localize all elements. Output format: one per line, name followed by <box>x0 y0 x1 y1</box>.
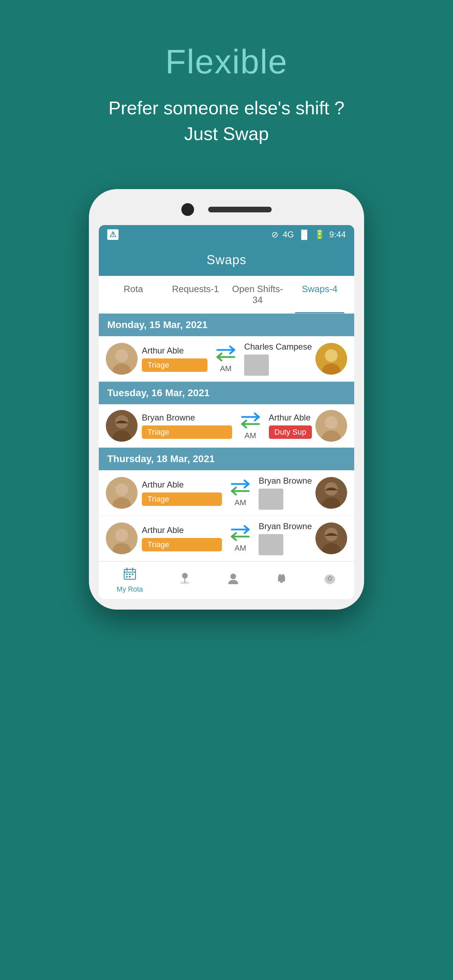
person-info-arthur-1: Arthur Able Triage <box>142 346 207 372</box>
person-info-bryan-3: Bryan Browne <box>259 522 312 555</box>
swap-row-thursday-2: Arthur Able Triage AM Bryan Browne <box>99 516 354 561</box>
hero-subtitle: Prefer someone else's shift ? Just Swap <box>109 95 345 147</box>
phone-camera <box>181 203 194 216</box>
avatar-arthur-4 <box>106 522 138 554</box>
hero-subtitle-line1: Prefer someone else's shift ? <box>109 98 345 118</box>
person-info-arthur-2: Arthur Able Duty Sup <box>269 413 312 439</box>
svg-rect-31 <box>126 576 128 578</box>
avatar-arthur-3 <box>106 477 138 509</box>
battery-icon: 🔋 <box>314 230 325 240</box>
tab-open-shifts[interactable]: Open Shifts-34 <box>227 276 289 313</box>
avatar-arthur-2 <box>315 410 347 442</box>
tab-requests[interactable]: Requests-1 <box>164 276 227 313</box>
phone-speaker <box>208 207 272 212</box>
app-header: Swaps <box>99 244 354 276</box>
swap-icon-area-2: AM <box>236 411 265 440</box>
tab-rota[interactable]: Rota <box>102 276 164 313</box>
svg-point-19 <box>115 529 128 541</box>
svg-rect-28 <box>126 574 128 575</box>
date-header-tuesday: Tuesday, 16 Mar, 2021 <box>99 382 354 404</box>
swap-label-4: AM <box>235 544 246 553</box>
shift-badge-triage-3: Triage <box>142 492 222 506</box>
svg-rect-32 <box>129 576 130 578</box>
avatar-bryan-3 <box>315 522 347 554</box>
person-name-bryan-2: Bryan Browne <box>259 476 312 486</box>
person-info-bryan-1: Bryan Browne Triage <box>142 413 232 439</box>
svg-point-13 <box>115 483 128 496</box>
svg-point-38 <box>280 573 283 575</box>
shift-placeholder-4 <box>259 534 283 555</box>
swap-row-tuesday-1: Bryan Browne Triage AM Arthur Able Duty … <box>99 404 354 448</box>
person-name-charles: Charles Campese <box>244 342 312 352</box>
nav-my-rota-label: My Rota <box>117 585 143 593</box>
shift-badge-duty: Duty Sup <box>269 425 312 439</box>
shift-placeholder-1 <box>244 355 269 376</box>
avatar-arthur-1 <box>106 343 138 375</box>
svg-point-1 <box>115 349 128 362</box>
svg-point-35 <box>180 581 190 584</box>
swap-label-1: AM <box>220 364 231 373</box>
nav-settings[interactable] <box>324 572 336 588</box>
person-info-arthur-3: Arthur Able Triage <box>142 480 222 506</box>
svg-point-4 <box>325 349 338 362</box>
svg-point-36 <box>230 574 236 579</box>
shift-badge-triage-1: Triage <box>142 358 207 372</box>
right-section-1: Charles Campese <box>244 342 347 376</box>
network-indicator: 4G <box>283 230 294 240</box>
person-info-charles: Charles Campese <box>244 342 312 376</box>
shift-badge-triage-2: Triage <box>142 425 232 439</box>
hero-section: Flexible Prefer someone else's shift ? J… <box>0 0 453 168</box>
person-name-bryan-3: Bryan Browne <box>259 522 312 531</box>
hero-subtitle-line2: Just Swap <box>184 124 269 144</box>
nav-profile[interactable] <box>227 572 240 588</box>
person-info-bryan-2: Bryan Browne <box>259 476 312 510</box>
phone-screen: ⚠ ⊘ 4G ▐▌ 🔋 9:44 Swaps Rota Requests-1 O… <box>99 225 354 599</box>
avatar-bryan-1 <box>106 410 138 442</box>
right-section-4: Bryan Browne <box>259 522 347 555</box>
person-info-arthur-4: Arthur Able Triage <box>142 525 222 551</box>
calendar-icon <box>124 567 136 583</box>
svg-rect-30 <box>132 574 134 575</box>
hero-title: Flexible <box>165 42 288 81</box>
person-name-arthur-1: Arthur Able <box>142 346 207 356</box>
status-bar: ⚠ ⊘ 4G ▐▌ 🔋 9:44 <box>99 225 354 244</box>
signal-bars: ▐▌ <box>298 230 310 240</box>
swap-label-3: AM <box>235 498 246 507</box>
shift-placeholder-3 <box>259 488 283 510</box>
date-header-thursday: Thursday, 18 Mar, 2021 <box>99 448 354 470</box>
swap-icon-area-3: AM <box>226 478 254 507</box>
right-section-3: Bryan Browne <box>259 476 347 510</box>
phone-notch <box>99 200 354 220</box>
right-section-2: Arthur Able Duty Sup <box>269 410 348 442</box>
status-right: ⊘ 4G ▐▌ 🔋 9:44 <box>271 230 346 240</box>
app-header-title: Swaps <box>207 253 246 267</box>
avatar-charles <box>315 343 347 375</box>
swap-row-monday-1: Arthur Able Triage AM Charles Campese <box>99 336 354 382</box>
person-name-arthur-2: Arthur Able <box>269 413 312 423</box>
person-name-arthur-4: Arthur Able <box>142 525 222 535</box>
svg-point-10 <box>325 416 338 429</box>
tab-swaps[interactable]: Swaps-4 <box>289 276 351 313</box>
swap-label-2: AM <box>245 431 256 440</box>
date-header-monday: Monday, 15 Mar, 2021 <box>99 313 354 336</box>
swap-icon-area-4: AM <box>226 524 254 553</box>
person-name-arthur-3: Arthur Able <box>142 480 222 490</box>
phone-frame: ⚠ ⊘ 4G ▐▌ 🔋 9:44 Swaps Rota Requests-1 O… <box>89 189 364 609</box>
shift-badge-triage-4: Triage <box>142 538 222 551</box>
svg-rect-29 <box>129 574 130 575</box>
avatar-bryan-2 <box>315 477 347 509</box>
nav-notifications[interactable] <box>275 572 288 588</box>
beach-icon <box>178 572 191 588</box>
nav-my-rota[interactable]: My Rota <box>117 567 143 593</box>
bottom-nav: My Rota <box>99 561 354 599</box>
person-name-bryan-1: Bryan Browne <box>142 413 232 423</box>
svg-rect-37 <box>280 581 283 583</box>
bell-icon <box>275 572 288 588</box>
gear-icon <box>324 572 336 588</box>
swap-icon-area-1: AM <box>212 344 240 373</box>
nav-beach[interactable] <box>178 572 191 588</box>
no-signal-icon: ⊘ <box>271 230 278 240</box>
person-icon <box>227 572 240 588</box>
warning-icon: ⚠ <box>107 229 119 240</box>
swap-row-thursday-1: Arthur Able Triage AM Bryan Browne <box>99 470 354 516</box>
